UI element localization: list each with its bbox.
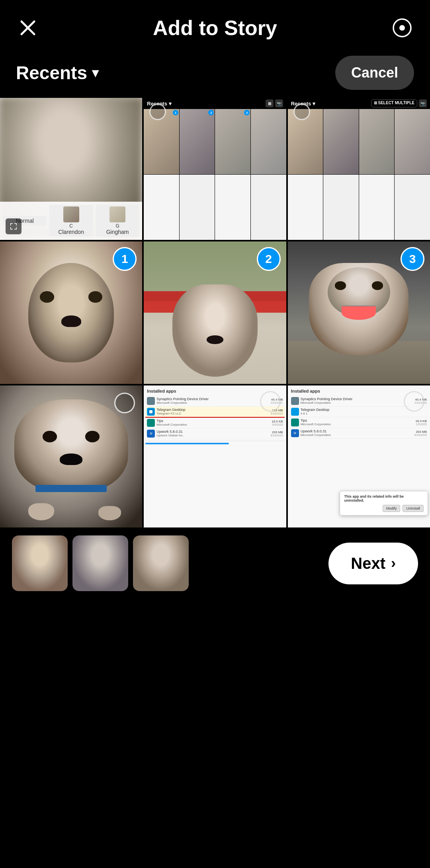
select-circle-3 <box>404 391 424 412</box>
thumbnail-1[interactable] <box>12 535 68 591</box>
page-title: Add to Story <box>153 16 277 40</box>
svg-rect-9 <box>10 227 11 230</box>
grid-cell-row2-col3[interactable]: 3 <box>288 241 430 383</box>
expand-icon <box>6 218 22 234</box>
thumbnail-3[interactable] <box>133 535 189 591</box>
selection-circle-1 <box>114 393 135 413</box>
recents-dropdown[interactable]: Recents ▾ <box>16 62 98 84</box>
grid-cell-row3-col2[interactable]: Installed apps Synaptics Pointing Device… <box>144 385 286 527</box>
cancel-button[interactable]: Cancel <box>335 56 414 90</box>
selected-thumbnails <box>12 535 189 591</box>
grid-cell-row2-col2[interactable]: 2 <box>144 241 286 383</box>
settings-button[interactable] <box>390 16 414 40</box>
svg-rect-5 <box>10 223 11 226</box>
next-button[interactable]: Next › <box>328 543 418 584</box>
chevron-down-icon: ▾ <box>92 65 98 80</box>
grid-cell-row1-col2[interactable]: Recents ▾ ⊞ 📷 1 2 3 <box>144 98 286 240</box>
next-label: Next <box>351 555 385 572</box>
selection-badge-2: 2 <box>257 247 281 271</box>
recents-label-text: Recents <box>16 62 87 84</box>
grid-cell-row3-col1[interactable] <box>0 385 142 527</box>
grid-cell-row1-col3[interactable]: Recents ▾ ⊞ SELECT MULTIPLE 📷 <box>288 98 430 240</box>
select-circle-2 <box>260 391 281 412</box>
photo-grid: Normal C Clarendon G Gingham <box>0 98 430 527</box>
grid-cell-row1-col1[interactable]: Normal C Clarendon G Gingham <box>0 98 142 240</box>
svg-rect-7 <box>16 223 17 226</box>
header: Add to Story <box>0 0 430 48</box>
thumbnail-2[interactable] <box>72 535 128 591</box>
grid-cell-row2-col1[interactable]: 1 <box>0 241 142 383</box>
next-chevron-icon: › <box>391 555 396 572</box>
close-button[interactable] <box>16 16 40 40</box>
grid-cell-row3-col3[interactable]: Installed apps Synaptics Pointing Device… <box>288 385 430 527</box>
svg-point-3 <box>399 25 405 31</box>
selection-badge-3: 3 <box>401 247 424 271</box>
expand-icon3 <box>293 103 310 120</box>
uninstall-dialog: This app and its related info will be un… <box>340 491 428 516</box>
bottom-bar: Next › <box>0 527 430 607</box>
svg-rect-11 <box>16 227 17 230</box>
recents-bar: Recents ▾ Cancel <box>0 48 430 98</box>
